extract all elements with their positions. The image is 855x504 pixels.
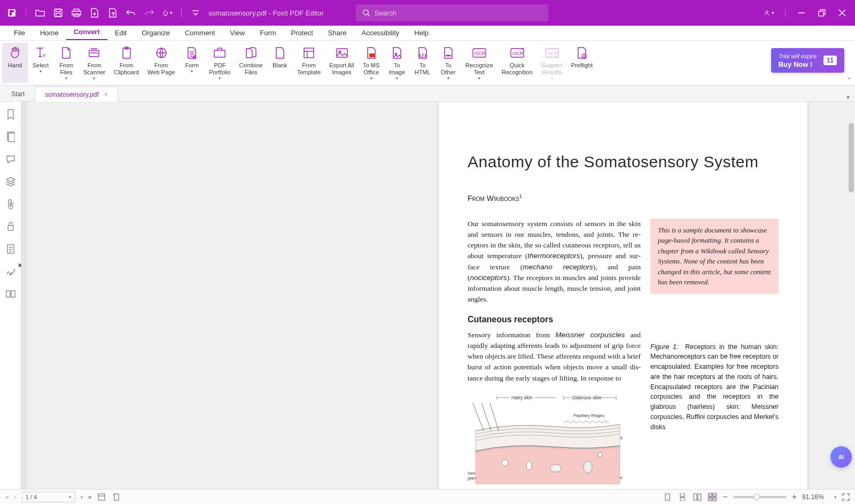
from-scanner-button[interactable]: From Scanner▾ <box>79 43 110 83</box>
zoom-dropdown-icon[interactable]: ▾ <box>834 494 837 500</box>
svg-text:Epidermis: Epidermis <box>620 436 623 440</box>
tab-help[interactable]: Help <box>407 27 436 40</box>
page-number-input[interactable]: 1 / 4▾ <box>22 492 75 502</box>
app-logo-icon[interactable] <box>6 7 17 18</box>
trial-badge[interactable]: Trial will expire Buy Now ! 11 <box>771 48 844 73</box>
export-all-images-button[interactable]: Export All Images <box>325 43 358 83</box>
from-files-button[interactable]: From Files▾ <box>53 43 79 83</box>
svg-rect-19 <box>369 53 375 57</box>
hand-button[interactable]: Hand <box>2 43 28 83</box>
paragraph-2: Sensory information from Meissner corpus… <box>468 330 641 384</box>
from-template-button[interactable]: From Template <box>293 43 325 83</box>
quick-access-toolbar: ▾ <box>4 7 201 18</box>
svg-rect-75 <box>713 498 716 501</box>
tab-view[interactable]: View <box>222 27 252 40</box>
svg-text:OCR: OCR <box>512 51 524 56</box>
side-rail: ▶ <box>0 102 21 489</box>
attachments-icon[interactable] <box>5 199 16 210</box>
rotate-icon[interactable] <box>112 492 121 502</box>
add-page-icon[interactable] <box>89 7 100 18</box>
close-tab-icon[interactable]: × <box>104 90 108 98</box>
prev-page-icon[interactable]: ‹ <box>14 493 17 501</box>
next-page-icon[interactable]: › <box>81 493 83 501</box>
bookmarks-icon[interactable] <box>5 109 16 120</box>
svg-rect-16 <box>304 48 314 58</box>
zoom-slider[interactable] <box>733 496 787 498</box>
ai-assistant-icon[interactable]: AI <box>830 446 852 468</box>
document-tab-active[interactable]: somatosensory.pdf × <box>35 87 118 102</box>
compare-icon[interactable] <box>5 289 16 299</box>
svg-rect-37 <box>11 291 15 297</box>
export-page-icon[interactable] <box>107 7 118 18</box>
zoom-knob[interactable] <box>753 494 760 500</box>
from-clipboard-button[interactable]: From Clipboard <box>110 43 143 83</box>
tab-edit[interactable]: Edit <box>107 27 134 40</box>
tab-convert[interactable]: Convert <box>66 26 107 40</box>
open-icon[interactable] <box>35 7 45 18</box>
figure-caption: Figure 1: Receptors in the human skin: M… <box>650 342 779 432</box>
search-input[interactable] <box>375 9 542 17</box>
to-image-button[interactable]: To Image▾ <box>384 43 410 83</box>
pages-icon[interactable] <box>5 131 16 142</box>
zoom-value[interactable]: 91.16% <box>802 493 829 501</box>
tab-file[interactable]: File <box>6 27 33 40</box>
select-button[interactable]: Select▾ <box>28 43 53 83</box>
search-box[interactable] <box>356 4 548 21</box>
tab-organize[interactable]: Organize <box>134 27 177 40</box>
from-web-page-button[interactable]: From Web Page <box>143 43 179 83</box>
signatures-icon[interactable] <box>5 266 16 277</box>
undo-icon[interactable] <box>126 7 136 18</box>
print-icon[interactable] <box>71 7 82 18</box>
recognize-text-button[interactable]: OCRRecognize Text▾ <box>461 43 498 83</box>
pdf-portfolio-button[interactable]: PDF Portfolio▾ <box>205 43 235 83</box>
restore-icon[interactable] <box>817 7 827 18</box>
fields-icon[interactable] <box>5 244 16 254</box>
tab-form[interactable]: Form <box>252 27 283 40</box>
collapse-ribbon-icon[interactable]: ⌃ <box>846 76 852 84</box>
svg-line-57 <box>490 403 499 431</box>
form-button[interactable]: Form▾ <box>179 43 205 83</box>
svg-rect-72 <box>709 493 712 497</box>
tab-protect[interactable]: Protect <box>284 27 321 40</box>
redo-icon[interactable] <box>144 7 154 18</box>
last-page-icon[interactable]: » <box>88 493 92 501</box>
touch-mode-icon[interactable]: ▾ <box>162 7 173 18</box>
single-page-icon[interactable] <box>663 492 672 502</box>
to-ms-office-button[interactable]: To MS Office▾ <box>359 43 384 83</box>
tab-home[interactable]: Home <box>33 27 66 40</box>
save-icon[interactable] <box>53 7 64 18</box>
zoom-out-icon[interactable]: − <box>722 492 727 502</box>
reflow-icon[interactable] <box>97 492 106 502</box>
preflight-button[interactable]: APreflight <box>567 43 597 83</box>
minimize-icon[interactable] <box>796 7 807 18</box>
security-icon[interactable] <box>5 221 16 232</box>
continuous-icon[interactable] <box>678 492 687 502</box>
vertical-scrollbar[interactable] <box>848 102 855 489</box>
tab-share[interactable]: Share <box>321 27 354 40</box>
comments-icon[interactable] <box>5 154 16 165</box>
start-tab[interactable]: Start <box>1 86 35 101</box>
facing-icon[interactable] <box>693 492 702 502</box>
suspect-results-button: OCRSuspect Results▾ <box>537 43 567 83</box>
tab-comment[interactable]: Comment <box>177 27 222 40</box>
customize-qat-icon[interactable] <box>190 7 201 18</box>
figure-skin: Hairy skin Glabrous skin Papillary Ridge… <box>468 393 623 484</box>
to-other-button[interactable]: To Other▾ <box>436 43 461 83</box>
page-area[interactable]: Anatomy of the Somatosensory System From… <box>28 102 855 489</box>
layers-icon[interactable] <box>5 176 16 187</box>
tab-accessibility[interactable]: Accessibility <box>354 27 407 40</box>
combine-files-button[interactable]: Combine Files <box>235 43 267 83</box>
svg-rect-33 <box>9 133 15 142</box>
scrollbar-thumb[interactable] <box>849 123 854 192</box>
close-icon[interactable] <box>837 7 848 18</box>
user-icon[interactable]: ▾ <box>764 7 774 18</box>
continuous-facing-icon[interactable] <box>708 492 717 502</box>
quick-recognition-button[interactable]: OCRQuick Recognition <box>498 43 537 83</box>
blank-button[interactable]: Blank <box>267 43 293 83</box>
fullscreen-icon[interactable] <box>842 493 850 501</box>
zoom-in-icon[interactable]: + <box>792 492 797 502</box>
to-html-button[interactable]: To HTML <box>410 43 436 83</box>
svg-point-8 <box>766 11 768 13</box>
first-page-icon[interactable]: « <box>5 493 9 501</box>
tabs-expand-icon[interactable]: ▾ <box>841 94 855 101</box>
